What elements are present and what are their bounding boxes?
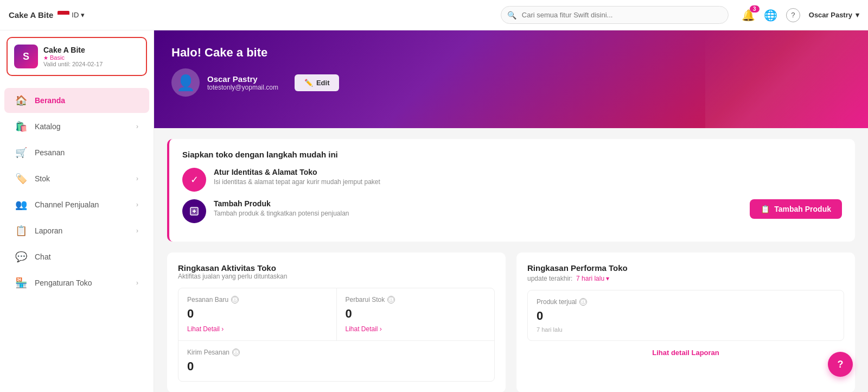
page-body: Siapkan toko dengan langkah mudah ini ✓ … <box>154 128 868 392</box>
perbarui-stok-value: 0 <box>346 307 486 321</box>
store-logo: S <box>14 45 38 68</box>
locale-chevron-icon: ▾ <box>81 11 85 19</box>
help-button[interactable]: ? <box>786 8 800 22</box>
search-area: 🔍 <box>501 6 729 24</box>
step-produk-content: Tambah Produk Tambah produk & tingkatkan… <box>214 199 742 217</box>
step-produk-title: Tambah Produk <box>214 199 742 208</box>
pesanan-baru-value: 0 <box>187 307 328 321</box>
sidebar-item-stok[interactable]: 🏷️ Stok › <box>4 166 149 191</box>
help-bubble-button[interactable]: ? <box>828 352 853 377</box>
aktivitas-card: Ringkasan Aktivitas Toko Aktifitas juala… <box>167 252 506 392</box>
perbarui-stok-info-icon[interactable]: ⓘ <box>387 296 395 304</box>
performa-update: update terakhir: 7 hari lalu ▾ <box>527 275 844 282</box>
star-icon: ★ <box>43 55 48 61</box>
hero-username: Oscar Pastry <box>207 74 278 84</box>
store-valid: Valid until: 2024-02-17 <box>43 61 103 67</box>
store-info: Cake A Bite ★ Basic Valid until: 2024-02… <box>43 46 103 67</box>
search-input[interactable] <box>501 6 729 24</box>
user-chevron-icon: ▾ <box>856 11 859 19</box>
sidebar-label-channel: Channel Penjualan <box>35 200 129 209</box>
perbarui-stok-link[interactable]: Lihat Detail › <box>346 325 486 333</box>
sidebar-label-pengaturan: Pengaturan Toko <box>35 279 129 287</box>
sidebar-label-stok: Stok <box>35 174 129 183</box>
sidebar-nav: 🏠 Beranda 🛍️ Katalog › 🛒 Pesanan 🏷️ Stok… <box>0 83 154 392</box>
kirim-pesanan-label: Kirim Pesanan ⓘ <box>187 349 486 356</box>
dashboard-two-col: Ringkasan Aktivitas Toko Aktifitas juala… <box>167 252 855 392</box>
notification-badge: 3 <box>750 5 760 12</box>
metric-perbarui-stok: Perbarui Stok ⓘ 0 Lihat Detail › <box>337 288 495 340</box>
sidebar-label-laporan: Laporan <box>35 226 129 235</box>
channel-icon: 👥 <box>15 199 27 211</box>
perbarui-stok-label: Perbarui Stok ⓘ <box>346 296 486 304</box>
sidebar: S Cake A Bite ★ Basic Valid until: 2024-… <box>0 30 154 392</box>
globe-button[interactable]: 🌐 <box>764 9 777 22</box>
sidebar-item-beranda[interactable]: 🏠 Beranda <box>4 88 149 113</box>
pesanan-baru-info-icon[interactable]: ⓘ <box>231 296 239 304</box>
sidebar-item-channel-penjualan[interactable]: 👥 Channel Penjualan › <box>4 192 149 217</box>
kirim-pesanan-info-icon[interactable]: ⓘ <box>232 349 240 356</box>
laporan-chevron-icon: › <box>136 227 138 235</box>
sidebar-label-chat: Chat <box>35 252 138 261</box>
flag-icon <box>58 11 69 19</box>
pesanan-icon: 🛒 <box>15 147 27 159</box>
hero-banner: Halo! Cake a bite 👤 Oscar Pastry totesto… <box>154 30 868 128</box>
step-todo-icon <box>182 199 206 223</box>
step-identitas-desc: Isi identitas & alamat tepat agar kurir … <box>214 178 842 186</box>
pengaturan-icon: 🏪 <box>15 277 27 289</box>
sidebar-label-beranda: Beranda <box>35 96 138 105</box>
nav-beranda-link[interactable]: Cake A Bite <box>9 10 53 20</box>
step-produk-desc: Tambah produk & tingkatkan potensi penju… <box>214 210 742 217</box>
home-icon: 🏠 <box>15 94 27 106</box>
pesanan-baru-link[interactable]: Lihat Detail › <box>187 325 328 333</box>
sidebar-item-chat[interactable]: 💬 Chat <box>4 244 149 269</box>
setup-step-produk: Tambah Produk Tambah produk & tingkatkan… <box>182 199 842 223</box>
laporan-icon: 📋 <box>15 225 27 237</box>
performa-metrics: Produk terjual ⓘ 0 7 hari lalu <box>527 290 844 341</box>
step-identitas-title: Atur Identitas & Alamat Toko <box>214 168 842 176</box>
store-card[interactable]: S Cake A Bite ★ Basic Valid until: 2024-… <box>7 37 147 76</box>
setup-step-identitas: ✓ Atur Identitas & Alamat Toko Isi ident… <box>182 168 842 192</box>
edit-icon: ✏️ <box>304 79 313 87</box>
user-menu-button[interactable]: Oscar Pastry ▾ <box>809 11 859 19</box>
stok-icon: 🏷️ <box>15 173 27 185</box>
lihat-laporan-link[interactable]: Lihat detail Laporan <box>527 349 844 357</box>
step-produk-action: 📋 Tambah Produk <box>750 199 842 219</box>
sidebar-label-pesanan: Pesanan <box>35 148 138 157</box>
step-done-icon: ✓ <box>182 168 206 192</box>
tambah-label: Tambah Produk <box>774 205 831 213</box>
main-layout: S Cake A Bite ★ Basic Valid until: 2024-… <box>0 30 868 392</box>
produk-terjual-note: 7 hari lalu <box>537 326 835 333</box>
tambah-icon: 📋 <box>761 205 770 213</box>
produk-terjual-label: Produk terjual ⓘ <box>537 298 835 306</box>
metric-kirim-pesanan: Kirim Pesanan ⓘ 0 <box>178 341 494 381</box>
top-nav-actions: 🔔 3 🌐 ? Oscar Pastry ▾ <box>742 8 859 22</box>
pesanan-baru-label: Pesanan Baru ⓘ <box>187 296 328 304</box>
hero-profile: 👤 Oscar Pastry totestonly@yopmail.com ✏️… <box>171 68 851 97</box>
user-label: Oscar Pastry <box>809 11 852 19</box>
sidebar-item-katalog[interactable]: 🛍️ Katalog › <box>4 114 149 139</box>
aktivitas-title: Ringkasan Aktivitas Toko <box>178 263 495 273</box>
locale-selector[interactable]: ID ▾ <box>58 11 85 19</box>
pengaturan-chevron-icon: › <box>136 279 138 287</box>
setup-card: Siapkan toko dengan langkah mudah ini ✓ … <box>167 139 855 242</box>
store-plan: ★ Basic <box>43 54 103 61</box>
tambah-produk-button[interactable]: 📋 Tambah Produk <box>750 199 842 219</box>
sidebar-item-pesanan[interactable]: 🛒 Pesanan <box>4 140 149 165</box>
performa-header: Ringkasan Performa Toko <box>527 263 844 273</box>
produk-terjual-info-icon[interactable]: ⓘ <box>579 298 587 306</box>
performa-update-time[interactable]: 7 hari lalu ▾ <box>576 275 609 282</box>
main-content: Halo! Cake a bite 👤 Oscar Pastry totesto… <box>154 30 868 392</box>
sidebar-item-laporan[interactable]: 📋 Laporan › <box>4 218 149 243</box>
hero-title: Halo! Cake a bite <box>171 46 851 60</box>
notification-button[interactable]: 🔔 3 <box>742 9 755 22</box>
performa-card: Ringkasan Performa Toko update terakhir:… <box>516 252 855 392</box>
stok-chevron-icon: › <box>136 175 138 182</box>
sidebar-item-pengaturan[interactable]: 🏪 Pengaturan Toko › <box>4 270 149 295</box>
katalog-chevron-icon: › <box>136 123 138 130</box>
edit-profile-button[interactable]: ✏️ Edit <box>295 74 340 91</box>
katalog-icon: 🛍️ <box>15 121 27 132</box>
aktivitas-metrics: Pesanan Baru ⓘ 0 Lihat Detail › Perbarui… <box>178 288 495 382</box>
chat-icon: 💬 <box>15 251 27 263</box>
top-nav: Cake A Bite ID ▾ 🔍 🔔 3 🌐 ? Oscar Pastry … <box>0 0 868 30</box>
metric-pesanan-baru: Pesanan Baru ⓘ 0 Lihat Detail › <box>178 288 336 340</box>
